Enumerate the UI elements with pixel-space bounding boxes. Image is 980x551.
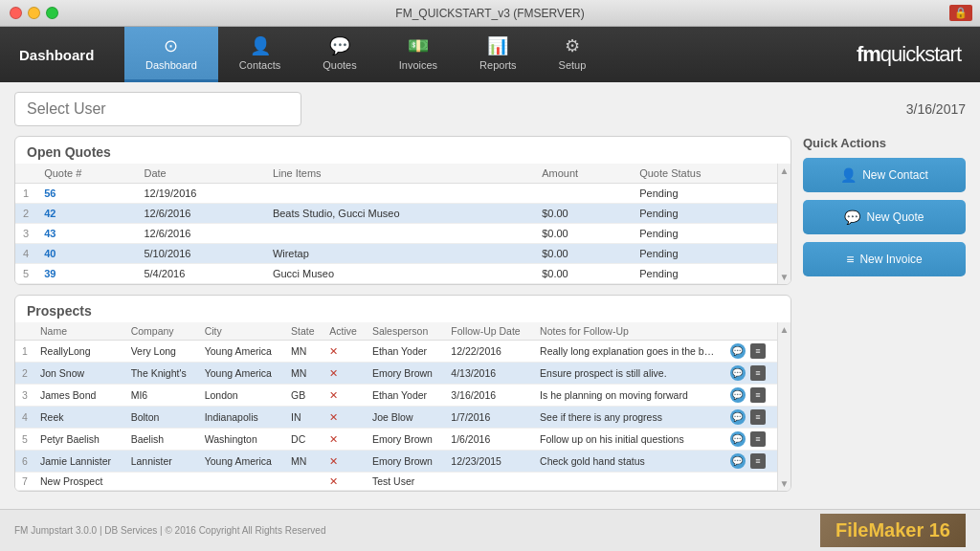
prospect-actions: 💬 ≡	[724, 429, 777, 451]
prospect-followup: 4/13/2016	[445, 363, 534, 385]
table-row[interactable]: 3 James Bond MI6 London GB ✕ Ethan Yoder…	[15, 385, 777, 407]
quote-date: 5/10/2016	[136, 244, 264, 264]
app-logo: fmquickstart	[837, 27, 980, 82]
table-row[interactable]: 3 43 12/6/2016 $0.00 Pending	[15, 224, 777, 244]
logo-rest: quickstart	[880, 42, 961, 67]
chat-icon[interactable]: 💬	[730, 365, 746, 381]
new-quote-button[interactable]: 💬 New Quote	[803, 200, 966, 234]
quote-status: Pending	[632, 184, 777, 204]
quote-num: 43	[36, 224, 136, 244]
prospects-table-wrapper: Name Company City State Active Salespers…	[15, 322, 777, 491]
col-date: Date	[136, 164, 264, 184]
prospect-salesperson: Emory Brown	[367, 429, 445, 451]
pcol-followup: Follow-Up Date	[445, 322, 534, 341]
prospect-row-num: 7	[15, 473, 34, 491]
scroll-down-icon[interactable]: ▼	[780, 272, 790, 282]
prospect-followup	[445, 473, 534, 491]
quote-items	[265, 224, 534, 244]
quote-items: Gucci Museo	[265, 264, 534, 284]
filemaker-badge: FileMaker 16	[820, 514, 966, 547]
tab-reports[interactable]: 📊 Reports	[458, 27, 538, 82]
chat-icon[interactable]: 💬	[730, 409, 746, 425]
prospect-company: Very Long	[125, 341, 199, 363]
table-row[interactable]: 5 39 5/4/2016 Gucci Museo $0.00 Pending	[15, 264, 777, 284]
prospect-notes: Ensure prospect is still alive.	[534, 363, 724, 385]
prospect-followup: 3/16/2016	[445, 385, 534, 407]
table-row[interactable]: 1 ReallyLong Very Long Young America MN …	[15, 341, 777, 363]
prospect-state: MN	[285, 341, 323, 363]
tab-dashboard[interactable]: ⊙ Dashboard	[124, 27, 218, 82]
pcol-notes: Notes for Follow-Up	[534, 322, 724, 341]
quotes-scrollbar[interactable]: ▲ ▼	[777, 164, 791, 284]
prospect-notes: Check gold hand status	[534, 451, 724, 473]
prospect-active: ✕	[323, 473, 367, 491]
table-row[interactable]: 6 Jamie Lannister Lannister Young Americ…	[15, 451, 777, 473]
tab-quotes[interactable]: 💬 Quotes	[301, 27, 377, 82]
maximize-button[interactable]	[46, 7, 58, 19]
prospect-notes: See if there is any progress	[534, 407, 724, 429]
tab-setup-label: Setup	[559, 59, 587, 71]
pcol-active: Active	[323, 322, 367, 341]
window-controls	[10, 7, 58, 19]
minimize-button[interactable]	[28, 7, 40, 19]
tab-invoices[interactable]: 💵 Invoices	[378, 27, 458, 82]
table-row[interactable]: 4 40 5/10/2016 Wiretap $0.00 Pending	[15, 244, 777, 264]
select-user-input[interactable]	[14, 92, 301, 126]
nav-brand: Dashboard	[0, 27, 124, 82]
quote-status: Pending	[632, 264, 777, 284]
scroll-up-icon[interactable]: ▲	[780, 165, 790, 176]
doc-icon[interactable]: ≡	[750, 343, 766, 359]
table-row[interactable]: 4 Reek Bolton Indianapolis IN ✕ Joe Blow…	[15, 407, 777, 429]
prospect-name: New Prospect	[34, 473, 125, 491]
date-display: 3/16/2017	[906, 101, 966, 117]
quote-row-num: 4	[15, 244, 36, 264]
prospects-table-container: Name Company City State Active Salespers…	[15, 322, 791, 491]
tab-dashboard-label: Dashboard	[145, 59, 197, 71]
quick-actions-title: Quick Actions	[803, 136, 966, 150]
quotes-table-wrapper: Quote # Date Line Items Amount Quote Sta…	[15, 164, 777, 284]
doc-icon[interactable]: ≡	[750, 453, 766, 469]
doc-icon[interactable]: ≡	[750, 365, 766, 381]
new-contact-button[interactable]: 👤 New Contact	[803, 158, 966, 192]
table-row[interactable]: 1 56 12/19/2016 Pending	[15, 184, 777, 204]
prospect-state: DC	[285, 429, 323, 451]
new-quote-label: New Quote	[866, 210, 924, 224]
prospect-state: IN	[285, 407, 323, 429]
prospect-name: Jamie Lannister	[34, 451, 125, 473]
table-row[interactable]: 7 New Prospect ✕ Test User	[15, 473, 777, 491]
prospects-scrollbar[interactable]: ▲ ▼	[777, 322, 791, 491]
quote-date: 12/6/2016	[136, 224, 264, 244]
prospect-name: ReallyLong	[34, 341, 125, 363]
tab-setup[interactable]: ⚙ Setup	[538, 27, 608, 82]
prospect-scroll-down-icon[interactable]: ▼	[780, 478, 790, 489]
prospect-salesperson: Emory Brown	[367, 363, 445, 385]
prospect-city: Young America	[199, 341, 285, 363]
table-row[interactable]: 2 42 12/6/2016 Beats Studio, Gucci Museo…	[15, 204, 777, 224]
table-row[interactable]: 2 Jon Snow The Knight's Young America MN…	[15, 363, 777, 385]
prospect-active: ✕	[323, 341, 367, 363]
tab-contacts[interactable]: 👤 Contacts	[218, 27, 301, 82]
contacts-icon: 👤	[250, 35, 271, 56]
prospect-actions	[724, 473, 777, 491]
prospect-name: Reek	[34, 407, 125, 429]
prospect-scroll-up-icon[interactable]: ▲	[780, 324, 790, 335]
new-invoice-button[interactable]: ≡ New Invoice	[803, 242, 966, 276]
col-amount: Amount	[534, 164, 632, 184]
chat-icon[interactable]: 💬	[730, 453, 746, 469]
prospect-notes: Follow up on his initial questions	[534, 429, 724, 451]
prospect-salesperson: Emory Brown	[367, 451, 445, 473]
table-row[interactable]: 5 Petyr Baelish Baelish Washington DC ✕ …	[15, 429, 777, 451]
doc-icon[interactable]: ≡	[750, 387, 766, 403]
chat-icon[interactable]: 💬	[730, 387, 746, 403]
chat-icon[interactable]: 💬	[730, 431, 746, 447]
doc-icon[interactable]: ≡	[750, 409, 766, 425]
quote-status: Pending	[632, 204, 777, 224]
close-button[interactable]	[10, 7, 22, 19]
doc-icon[interactable]: ≡	[750, 431, 766, 447]
col-row-num	[15, 164, 36, 184]
prospect-city: Young America	[199, 451, 285, 473]
chat-icon[interactable]: 💬	[730, 343, 746, 359]
lock-icon[interactable]: 🔒	[949, 5, 972, 21]
tab-invoices-label: Invoices	[399, 59, 437, 71]
invoices-icon: 💵	[408, 35, 429, 56]
